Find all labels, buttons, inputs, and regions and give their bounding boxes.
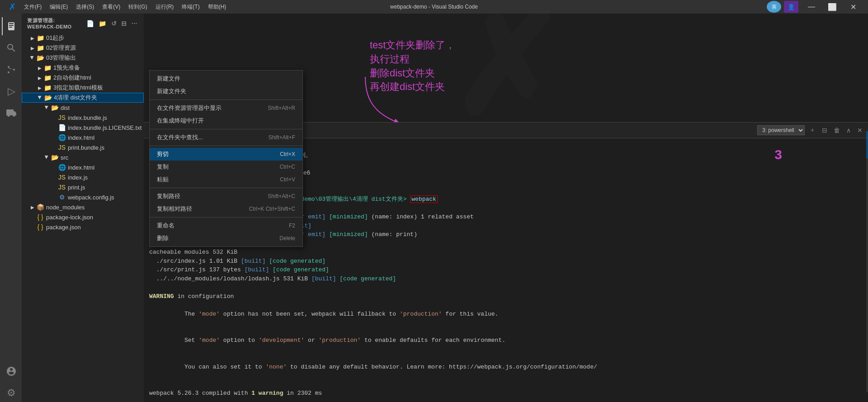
js-file-icon: JS	[58, 173, 66, 181]
vscode-logo: ✗	[9, 1, 16, 12]
ctx-copy-path[interactable]: 复制路径 Shift+Alt+C	[150, 190, 302, 203]
close-panel-icon[interactable]: ✕	[855, 126, 864, 135]
tree-item-02管理资源[interactable]: ▶ 📁 02管理资源	[22, 43, 144, 53]
menu-file[interactable]: 文件(F)	[20, 2, 45, 12]
html-file-icon: 🌐	[58, 163, 66, 171]
tree-item-package-lock.json[interactable]: ▶ { } package-lock.json	[22, 212, 144, 222]
folder-icon: 📁	[43, 64, 52, 72]
context-menu: 新建文件 新建文件夹 在文件资源管理器中显示 Shift+Alt+R 在集成终端…	[149, 70, 303, 247]
ctx-label: 新建文件夹	[157, 87, 186, 95]
ctx-separator	[150, 129, 302, 129]
ctx-label: 粘贴	[157, 175, 169, 184]
ctx-open-terminal[interactable]: 在集成终端中打开	[150, 114, 302, 127]
ctx-shortcut: Ctrl+K Ctrl+Shift+C	[249, 206, 295, 212]
term-warning-line: You can also set it to 'none' to disable…	[149, 354, 863, 380]
tree-item-index.bundle.js[interactable]: ▶ JS index.bundle.js	[22, 113, 144, 123]
activity-search[interactable]	[2, 39, 20, 57]
maximize-button[interactable]: ⬜	[822, 0, 843, 14]
ctx-shortcut: Shift+Alt+F	[269, 134, 295, 141]
tree-label: package.json	[46, 224, 81, 231]
main-layout: ▷ ⚙ 资源管理器: WEBPACK-DEMO 📄 📁 ↺ ⊟ ··· ▶	[0, 14, 868, 402]
tree-item-src-index.html[interactable]: ▶ 🌐 index.html	[22, 162, 144, 172]
chevron-right-icon: ▶	[29, 203, 36, 211]
ctx-delete[interactable]: 删除 Delete	[150, 232, 302, 245]
close-button[interactable]: ✕	[843, 0, 863, 14]
activity-source-control[interactable]	[2, 61, 20, 79]
tree-item-print.bundle.js[interactable]: ▶ JS print.bundle.js	[22, 142, 144, 152]
tree-item-webpack.config.js[interactable]: ▶ ⚙ webpack.config.js	[22, 192, 144, 202]
split-terminal-icon[interactable]: ⊟	[820, 126, 829, 135]
more-icon[interactable]: ···	[131, 19, 138, 28]
activity-settings[interactable]: ⚙	[2, 384, 20, 402]
tree-item-dist[interactable]: ▶ 📂 dist	[22, 103, 144, 113]
tree-label: node_modules	[46, 204, 85, 211]
tree-item-1预先准备[interactable]: ▶ 📁 1预先准备	[22, 63, 144, 73]
ctx-shortcut: F2	[289, 222, 295, 229]
tree-item-src-print.js[interactable]: ▶ JS print.js	[22, 182, 144, 192]
json-file-icon: { }	[36, 213, 44, 221]
maximize-panel-icon[interactable]: ∧	[844, 126, 853, 135]
activity-accounts[interactable]	[2, 362, 20, 380]
js-file-icon: JS	[58, 183, 66, 191]
ctx-label: 删除	[157, 234, 169, 242]
minimize-button[interactable]: —	[801, 0, 822, 14]
menu-goto[interactable]: 转到(G)	[125, 2, 151, 12]
user-avatar[interactable]: 英	[767, 1, 781, 13]
tree-label: print.bundle.js	[68, 144, 104, 151]
ctx-find-in-folder[interactable]: 在文件夹中查找... Shift+Alt+F	[150, 131, 302, 144]
delete-terminal-icon[interactable]: 🗑	[832, 126, 842, 135]
tree-item-3指定加载html模板[interactable]: ▶ 📁 3指定加载html模板	[22, 83, 144, 93]
folder-icon: 📁	[43, 84, 52, 92]
chevron-right-icon: ▶	[36, 64, 43, 71]
titlebar: ✗ 文件(F) 编辑(E) 选择(S) 查看(V) 转到(G) 运行(R) 终端…	[0, 0, 868, 14]
folder-open-icon: 📂	[36, 54, 44, 62]
tree-label: print.js	[68, 184, 85, 191]
new-file-icon[interactable]: 📄	[85, 19, 95, 28]
ctx-label: 重命名	[157, 222, 175, 230]
scrollbar-thumb[interactable]	[866, 131, 868, 158]
ctx-label: 复制相对路径	[157, 205, 192, 213]
menu-select[interactable]: 选择(S)	[72, 2, 98, 12]
ctx-rename[interactable]: 重命名 F2	[150, 219, 302, 232]
ctx-show-in-explorer[interactable]: 在文件资源管理器中显示 Shift+Alt+R	[150, 102, 302, 114]
new-folder-icon[interactable]: 📁	[98, 19, 108, 28]
menu-help[interactable]: 帮助(H)	[204, 2, 230, 12]
tree-item-src-index.js[interactable]: ▶ JS index.js	[22, 172, 144, 182]
refresh-icon[interactable]: ↺	[110, 19, 118, 28]
tree-label: package-lock.json	[46, 214, 93, 221]
ctx-cut[interactable]: 剪切 Ctrl+X	[150, 148, 302, 161]
tree-item-03管理输出[interactable]: ▶ 📂 03管理输出	[22, 53, 144, 63]
tree-item-index.bundle.js.LICENSE.txt[interactable]: ▶ 📄 index.bundle.js.LICENSE.txt	[22, 123, 144, 132]
ctx-copy[interactable]: 复制 Ctrl+C	[150, 161, 302, 173]
collapse-icon[interactable]: ⊟	[120, 19, 128, 28]
activity-extensions[interactable]	[2, 104, 20, 122]
new-terminal-icon[interactable]: ＋	[807, 125, 817, 135]
tree-item-2自动创建html[interactable]: ▶ 📁 2自动创建html	[22, 73, 144, 83]
ctx-paste[interactable]: 粘贴 Ctrl+V	[150, 173, 302, 186]
menu-edit[interactable]: 编辑(E)	[46, 2, 71, 12]
tree-item-node_modules[interactable]: ▶ 📦 node_modules	[22, 202, 144, 212]
terminal-selector[interactable]: 3: powershell	[757, 125, 805, 135]
folder-open-icon: 📂	[51, 104, 59, 112]
activity-run[interactable]: ▷	[2, 82, 20, 100]
term-line: webpack 5.26.3 compiled with 1 warning i…	[149, 389, 863, 398]
tree-item-package.json[interactable]: ▶ { } package.json	[22, 222, 144, 232]
menu-run[interactable]: 运行(R)	[152, 2, 178, 12]
tree-item-dist-index.html[interactable]: ▶ 🌐 index.html	[22, 132, 144, 142]
ctx-new-file[interactable]: 新建文件	[150, 72, 302, 85]
activity-explorer[interactable]	[2, 17, 20, 35]
ctx-new-folder[interactable]: 新建文件夹	[150, 85, 302, 98]
tree-item-01起步[interactable]: ▶ 📁 01起步	[22, 33, 144, 43]
menu-view[interactable]: 查看(V)	[99, 2, 124, 12]
tree-label: dist	[61, 104, 70, 111]
ctx-label: 在文件夹中查找...	[157, 133, 203, 142]
tree-item-4清理dist文件夹[interactable]: ▶ 📂 4清理 dist文件夹	[22, 93, 144, 103]
ctx-copy-relative-path[interactable]: 复制相对路径 Ctrl+K Ctrl+Shift+C	[150, 203, 302, 215]
file-tree: ▶ 📁 01起步 ▶ 📁 02管理资源 ▶ 📂 03管理输出 ▶	[22, 33, 144, 402]
term-webpack-cmd: webpack	[410, 195, 438, 203]
folder-open-icon: 📂	[44, 94, 52, 102]
tree-label: 1预先准备	[53, 64, 80, 72]
menu-terminal[interactable]: 终端(T)	[178, 2, 203, 12]
tree-item-src[interactable]: ▶ 📂 src	[22, 152, 144, 162]
sidebar-title: 资源管理器: WEBPACK-DEMO	[27, 17, 85, 29]
